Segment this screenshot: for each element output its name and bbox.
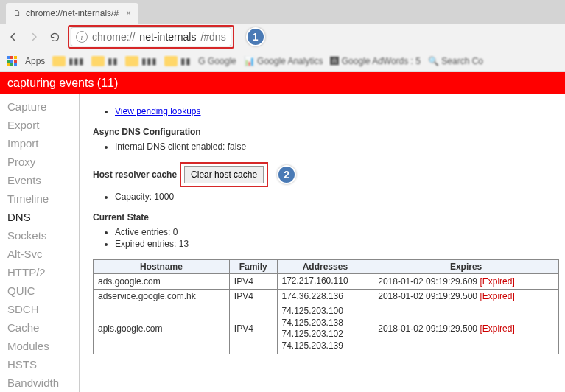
annotation-marker-2: 2 bbox=[277, 165, 296, 184]
sidebar-item-modules[interactable]: Modules bbox=[0, 337, 79, 355]
info-icon: i bbox=[76, 31, 88, 43]
cell-expires: 2018-01-02 09:19:29.500 [Expired] bbox=[373, 304, 559, 354]
sidebar-item-bandwidth[interactable]: Bandwidth bbox=[0, 374, 79, 392]
table-row: ads.google.comIPV4172.217.160.1102018-01… bbox=[94, 274, 559, 290]
svg-rect-0 bbox=[7, 56, 10, 59]
bookmark-item[interactable]: 🔍 Search Co bbox=[428, 56, 483, 66]
annotation-highlight-url: i chrome://net-internals/#dns bbox=[68, 25, 234, 49]
sidebar-item-sdch[interactable]: SDCH bbox=[0, 300, 79, 318]
sidebar: CaptureExportImportProxyEventsTimelineDN… bbox=[0, 94, 80, 392]
cell-family: IPV4 bbox=[229, 289, 277, 304]
sidebar-item-cache[interactable]: Cache bbox=[0, 318, 79, 337]
reload-button[interactable] bbox=[47, 29, 62, 44]
sidebar-item-dns[interactable]: DNS bbox=[0, 208, 79, 226]
bookmark-item[interactable]: ▮▮ bbox=[164, 56, 191, 66]
cell-addresses: 172.217.160.110 bbox=[277, 274, 373, 290]
section-async-dns: Async DNS Configuration bbox=[93, 127, 559, 137]
table-row: adservice.google.com.hkIPV4174.36.228.13… bbox=[94, 289, 559, 304]
svg-rect-3 bbox=[7, 60, 10, 63]
back-button[interactable] bbox=[6, 29, 21, 44]
cell-family: IPV4 bbox=[229, 274, 277, 290]
svg-rect-6 bbox=[7, 63, 10, 66]
table-row: apis.google.comIPV474.125.203.10074.125.… bbox=[94, 304, 559, 354]
svg-rect-1 bbox=[10, 56, 13, 59]
cell-hostname: apis.google.com bbox=[94, 304, 230, 354]
apps-label[interactable]: Apps bbox=[25, 56, 45, 66]
dns-table: Hostname Family Addresses Expires ads.go… bbox=[93, 259, 559, 354]
annotation-highlight-button: Clear host cache bbox=[180, 162, 268, 187]
page-icon: 🗋 bbox=[13, 9, 21, 18]
bookmark-item[interactable]: ▮▮▮ bbox=[125, 56, 157, 66]
annotation-marker-1: 1 bbox=[246, 27, 265, 46]
sidebar-item-capture[interactable]: Capture bbox=[0, 97, 79, 116]
active-entries: Active entries: 0 bbox=[115, 227, 559, 237]
sidebar-item-sockets[interactable]: Sockets bbox=[0, 226, 79, 245]
apps-icon[interactable] bbox=[6, 55, 18, 67]
close-icon[interactable]: × bbox=[126, 8, 131, 18]
url-bar[interactable]: i chrome://net-internals/#dns bbox=[71, 27, 231, 46]
cell-family: IPV4 bbox=[229, 304, 277, 354]
capacity-item: Capacity: 1000 bbox=[115, 192, 559, 202]
bookmark-item[interactable]: ▮▮▮ bbox=[52, 56, 84, 66]
async-dns-item: Internal DNS client enabled: false bbox=[115, 141, 559, 152]
main-panel: View pending lookups Async DNS Configura… bbox=[80, 94, 565, 392]
url-path: /#dns bbox=[200, 31, 225, 43]
sidebar-item-events[interactable]: Events bbox=[0, 171, 79, 189]
svg-rect-2 bbox=[14, 56, 17, 59]
tab-bar: 🗋 chrome://net-internals/# × bbox=[0, 0, 565, 24]
col-expires: Expires bbox=[373, 260, 559, 274]
sidebar-item-export[interactable]: Export bbox=[0, 116, 79, 134]
sidebar-item-quic[interactable]: QUIC bbox=[0, 281, 79, 300]
bookmark-item[interactable]: G Google bbox=[198, 56, 236, 66]
sidebar-item-http2[interactable]: HTTP/2 bbox=[0, 263, 79, 281]
col-hostname: Hostname bbox=[94, 260, 230, 274]
cell-addresses: 174.36.228.136 bbox=[277, 289, 373, 304]
cell-expires: 2018-01-02 09:19:29.500 [Expired] bbox=[373, 289, 559, 304]
bookmark-item[interactable]: 📊 Google Analytics bbox=[244, 56, 323, 66]
url-prefix: chrome:// bbox=[92, 31, 135, 43]
svg-rect-7 bbox=[10, 63, 13, 66]
forward-button[interactable] bbox=[27, 29, 41, 44]
browser-tab[interactable]: 🗋 chrome://net-internals/# × bbox=[6, 3, 138, 24]
clear-host-cache-button[interactable]: Clear host cache bbox=[184, 166, 264, 183]
expired-entries: Expired entries: 13 bbox=[115, 239, 559, 249]
svg-rect-5 bbox=[14, 60, 17, 63]
bookmark-item[interactable]: 🅰 Google AdWords : 5 bbox=[330, 56, 421, 66]
cell-hostname: ads.google.com bbox=[94, 274, 230, 290]
cell-hostname: adservice.google.com.hk bbox=[94, 289, 230, 304]
sidebar-item-import[interactable]: Import bbox=[0, 134, 79, 153]
cell-expires: 2018-01-02 09:19:29.609 [Expired] bbox=[373, 274, 559, 290]
sidebar-item-timeline[interactable]: Timeline bbox=[0, 189, 79, 208]
col-addresses: Addresses bbox=[277, 260, 373, 274]
host-cache-label: Host resolver cache bbox=[93, 169, 177, 180]
col-family: Family bbox=[229, 260, 277, 274]
bookmark-item[interactable]: ▮▮ bbox=[91, 56, 118, 66]
svg-rect-8 bbox=[14, 63, 17, 66]
sidebar-item-hsts[interactable]: HSTS bbox=[0, 355, 79, 374]
svg-rect-4 bbox=[10, 60, 13, 63]
pending-lookups-link[interactable]: View pending lookups bbox=[115, 106, 201, 116]
cell-addresses: 74.125.203.10074.125.203.13874.125.203.1… bbox=[277, 304, 373, 354]
sidebar-item-proxy[interactable]: Proxy bbox=[0, 153, 79, 171]
sidebar-item-altsvc[interactable]: Alt-Svc bbox=[0, 245, 79, 263]
banner: capturing events (11) bbox=[0, 72, 565, 94]
bookmarks-bar: Apps ▮▮▮ ▮▮ ▮▮▮ ▮▮ G Google 📊 Google Ana… bbox=[0, 50, 565, 72]
tab-title: chrome://net-internals/# bbox=[26, 8, 119, 18]
toolbar: i chrome://net-internals/#dns 1 bbox=[0, 24, 565, 50]
url-host: net-internals bbox=[139, 31, 196, 43]
section-current-state: Current State bbox=[93, 212, 559, 223]
